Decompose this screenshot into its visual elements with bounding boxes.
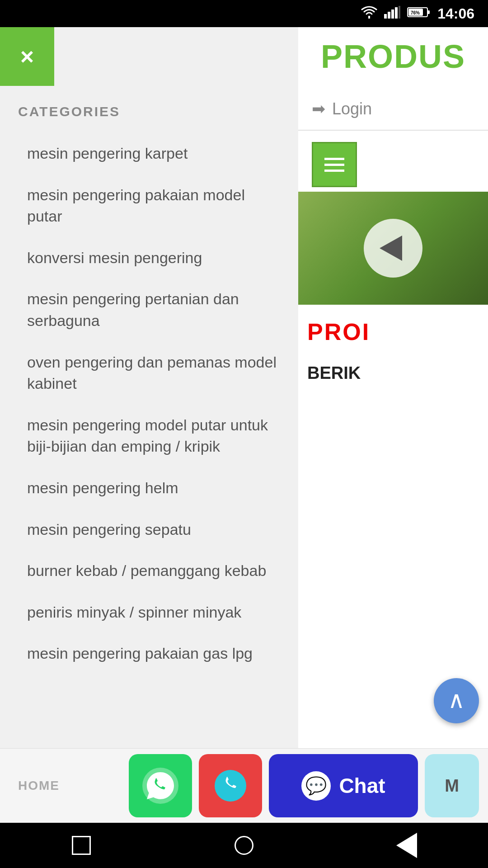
battery-icon: 76%: [407, 6, 431, 21]
list-item[interactable]: mesin pengering model putar untuk biji-b…: [14, 405, 285, 467]
chat-bubble-icon: 💬: [301, 771, 331, 801]
promo-section: PROI: [298, 305, 488, 359]
play-button[interactable]: [364, 219, 422, 278]
chat-label: Chat: [339, 774, 385, 798]
wifi-icon: [361, 6, 377, 21]
svg-rect-4: [399, 6, 400, 19]
svg-rect-6: [427, 10, 430, 14]
list-item[interactable]: mesin pengering karpet: [14, 133, 285, 175]
list-item[interactable]: konversi mesin pengering: [14, 237, 285, 279]
back-nav-icon: [396, 833, 417, 858]
main-container: CATEGORIES mesin pengering karpet mesin …: [0, 86, 488, 854]
list-item[interactable]: mesin pengering sepatu: [14, 509, 285, 551]
hamburger-button[interactable]: [312, 142, 357, 187]
phone-icon: [221, 776, 240, 796]
android-nav-bar: [0, 823, 488, 868]
status-time: 14:06: [437, 5, 474, 22]
header-bar: × PRODUS: [0, 27, 488, 86]
berikut-text: BERIK: [307, 363, 361, 382]
list-item[interactable]: mesin pengering pakaian model putar: [14, 175, 285, 237]
svg-rect-1: [388, 12, 390, 19]
content-panel: ➡ Login PROI BERIK: [298, 86, 488, 854]
recent-apps-icon: [72, 836, 91, 855]
chevron-up-icon: ∧: [448, 688, 465, 712]
more-label: M: [445, 776, 459, 796]
phone-button[interactable]: [199, 754, 262, 817]
whatsapp-button[interactable]: [129, 754, 192, 817]
recent-apps-button[interactable]: [63, 832, 99, 859]
back-button[interactable]: [389, 832, 425, 859]
sidebar: CATEGORIES mesin pengering karpet mesin …: [0, 86, 298, 854]
berikut-section: BERIK: [298, 359, 488, 387]
scroll-top-button[interactable]: ∧: [434, 678, 479, 723]
divider: [298, 130, 488, 131]
status-bar: 76% 14:06: [0, 0, 488, 27]
list-item[interactable]: oven pengering dan pemanas model kabinet: [14, 342, 285, 405]
phone-circle: [215, 770, 246, 802]
close-button[interactable]: ×: [0, 27, 54, 86]
close-icon: ×: [20, 45, 34, 68]
hamburger-icon: [324, 158, 344, 172]
login-arrow-icon: ➡: [312, 99, 325, 118]
more-button[interactable]: M: [425, 754, 479, 817]
list-item[interactable]: mesin pengering helm: [14, 467, 285, 509]
phone-icon-wrap: [215, 770, 246, 802]
login-section: ➡ Login: [298, 86, 488, 118]
home-button[interactable]: [226, 832, 262, 859]
login-label[interactable]: Login: [332, 99, 372, 118]
home-label: HOME: [9, 778, 69, 793]
svg-rect-0: [384, 14, 387, 19]
list-item[interactable]: peniris minyak / spinner minyak: [14, 592, 285, 633]
categories-title: CATEGORIES: [14, 104, 285, 119]
signal-icon: [384, 6, 400, 21]
chat-button[interactable]: 💬 Chat: [269, 754, 418, 817]
brand-title: PRODUS: [321, 38, 465, 75]
video-area: [298, 192, 488, 305]
svg-rect-3: [395, 7, 398, 19]
bottom-nav: HOME 💬 Chat M: [0, 748, 488, 823]
brand-header: PRODUS: [298, 27, 488, 86]
video-thumbnail: [298, 192, 488, 305]
home-nav-icon: [235, 836, 253, 855]
list-item[interactable]: mesin pengering pakaian gas lpg: [14, 633, 285, 675]
promo-text: PROI: [307, 319, 370, 345]
svg-rect-2: [391, 9, 394, 19]
list-item[interactable]: mesin pengering pertanian dan serbaguna: [14, 278, 285, 341]
whatsapp-icon: [140, 765, 181, 806]
chat-icon: 💬: [305, 776, 327, 796]
svg-text:76%: 76%: [411, 10, 420, 15]
list-item[interactable]: burner kebab / pemanggang kebab: [14, 550, 285, 592]
play-icon: [380, 236, 402, 261]
